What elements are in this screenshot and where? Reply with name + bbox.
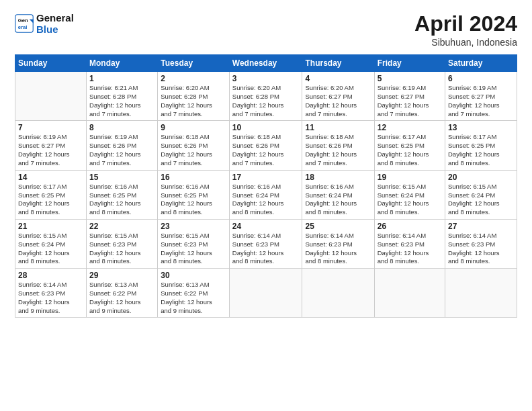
col-tuesday: Tuesday — [158, 55, 230, 72]
day-number: 26 — [378, 222, 442, 231]
day-number: 20 — [448, 173, 514, 182]
logo-text: GeneralBlue — [36, 12, 74, 35]
col-monday: Monday — [87, 55, 158, 72]
logo: Gen eral GeneralBlue — [15, 12, 74, 35]
day-info: Sunrise: 6:15 AM Sunset: 6:24 PM Dayligh… — [448, 183, 514, 217]
day-info: Sunrise: 6:18 AM Sunset: 6:26 PM Dayligh… — [161, 133, 226, 167]
table-row — [15, 72, 87, 121]
day-number: 6 — [448, 74, 514, 83]
calendar-table: Sunday Monday Tuesday Wednesday Thursday… — [15, 54, 517, 318]
day-info: Sunrise: 6:15 AM Sunset: 6:23 PM Dayligh… — [161, 232, 226, 266]
day-number: 17 — [232, 173, 300, 182]
day-number: 3 — [232, 74, 300, 83]
page-header: Gen eral GeneralBlue April 2024 Sibuhuan… — [15, 12, 517, 48]
day-number: 28 — [18, 271, 83, 280]
day-number: 12 — [378, 123, 442, 132]
table-row: 23Sunrise: 6:15 AM Sunset: 6:23 PM Dayli… — [158, 219, 230, 268]
day-number: 19 — [378, 173, 442, 182]
title-block: April 2024 Sibuhuan, Indonesia — [414, 12, 517, 48]
table-row: 22Sunrise: 6:15 AM Sunset: 6:23 PM Dayli… — [87, 219, 158, 268]
day-number: 2 — [161, 74, 226, 83]
day-info: Sunrise: 6:16 AM Sunset: 6:25 PM Dayligh… — [89, 183, 154, 217]
calendar-header-row: Sunday Monday Tuesday Wednesday Thursday… — [15, 55, 517, 72]
col-thursday: Thursday — [302, 55, 374, 72]
calendar-week-row: 28Sunrise: 6:14 AM Sunset: 6:23 PM Dayli… — [15, 269, 517, 318]
day-info: Sunrise: 6:18 AM Sunset: 6:26 PM Dayligh… — [232, 133, 300, 167]
table-row: 25Sunrise: 6:14 AM Sunset: 6:23 PM Dayli… — [302, 219, 374, 268]
table-row — [374, 269, 445, 318]
day-number: 29 — [89, 271, 154, 280]
day-info: Sunrise: 6:21 AM Sunset: 6:28 PM Dayligh… — [89, 84, 154, 118]
table-row: 11Sunrise: 6:18 AM Sunset: 6:26 PM Dayli… — [302, 121, 374, 170]
table-row: 27Sunrise: 6:14 AM Sunset: 6:23 PM Dayli… — [445, 219, 517, 268]
table-row: 5Sunrise: 6:19 AM Sunset: 6:27 PM Daylig… — [374, 72, 445, 121]
table-row: 30Sunrise: 6:13 AM Sunset: 6:22 PM Dayli… — [158, 269, 230, 318]
day-number: 15 — [89, 173, 154, 182]
day-info: Sunrise: 6:14 AM Sunset: 6:23 PM Dayligh… — [232, 232, 300, 266]
day-number: 25 — [305, 222, 371, 231]
table-row: 18Sunrise: 6:16 AM Sunset: 6:24 PM Dayli… — [302, 170, 374, 219]
day-info: Sunrise: 6:17 AM Sunset: 6:25 PM Dayligh… — [18, 183, 83, 217]
svg-text:eral: eral — [18, 24, 28, 30]
table-row: 29Sunrise: 6:13 AM Sunset: 6:22 PM Dayli… — [87, 269, 158, 318]
calendar-week-row: 7Sunrise: 6:19 AM Sunset: 6:27 PM Daylig… — [15, 121, 517, 170]
table-row: 24Sunrise: 6:14 AM Sunset: 6:23 PM Dayli… — [229, 219, 302, 268]
day-number: 16 — [161, 173, 226, 182]
table-row: 16Sunrise: 6:16 AM Sunset: 6:25 PM Dayli… — [158, 170, 230, 219]
day-number: 4 — [305, 74, 371, 83]
day-number: 7 — [18, 123, 83, 132]
table-row — [229, 269, 302, 318]
table-row: 26Sunrise: 6:14 AM Sunset: 6:23 PM Dayli… — [374, 219, 445, 268]
day-info: Sunrise: 6:19 AM Sunset: 6:26 PM Dayligh… — [89, 133, 154, 167]
day-number: 9 — [161, 123, 226, 132]
calendar-week-row: 14Sunrise: 6:17 AM Sunset: 6:25 PM Dayli… — [15, 170, 517, 219]
day-info: Sunrise: 6:19 AM Sunset: 6:27 PM Dayligh… — [448, 84, 514, 118]
day-number: 1 — [89, 74, 154, 83]
day-info: Sunrise: 6:17 AM Sunset: 6:25 PM Dayligh… — [448, 133, 514, 167]
table-row: 28Sunrise: 6:14 AM Sunset: 6:23 PM Dayli… — [15, 269, 87, 318]
day-number: 10 — [232, 123, 300, 132]
day-info: Sunrise: 6:20 AM Sunset: 6:28 PM Dayligh… — [232, 84, 300, 118]
day-number: 22 — [89, 222, 154, 231]
day-info: Sunrise: 6:19 AM Sunset: 6:27 PM Dayligh… — [18, 133, 83, 167]
table-row: 12Sunrise: 6:17 AM Sunset: 6:25 PM Dayli… — [374, 121, 445, 170]
table-row: 10Sunrise: 6:18 AM Sunset: 6:26 PM Dayli… — [229, 121, 302, 170]
day-info: Sunrise: 6:20 AM Sunset: 6:27 PM Dayligh… — [305, 84, 371, 118]
day-number: 30 — [161, 271, 226, 280]
day-info: Sunrise: 6:15 AM Sunset: 6:24 PM Dayligh… — [378, 183, 442, 217]
day-info: Sunrise: 6:15 AM Sunset: 6:24 PM Dayligh… — [18, 232, 83, 266]
day-info: Sunrise: 6:13 AM Sunset: 6:22 PM Dayligh… — [89, 281, 154, 315]
table-row: 6Sunrise: 6:19 AM Sunset: 6:27 PM Daylig… — [445, 72, 517, 121]
subtitle: Sibuhuan, Indonesia — [414, 37, 517, 48]
table-row — [445, 269, 517, 318]
month-title: April 2024 — [414, 12, 517, 36]
table-row: 13Sunrise: 6:17 AM Sunset: 6:25 PM Dayli… — [445, 121, 517, 170]
day-number: 5 — [378, 74, 442, 83]
day-number: 13 — [448, 123, 514, 132]
col-saturday: Saturday — [445, 55, 517, 72]
day-number: 18 — [305, 173, 371, 182]
day-info: Sunrise: 6:17 AM Sunset: 6:25 PM Dayligh… — [378, 133, 442, 167]
table-row: 3Sunrise: 6:20 AM Sunset: 6:28 PM Daylig… — [229, 72, 302, 121]
day-info: Sunrise: 6:13 AM Sunset: 6:22 PM Dayligh… — [161, 281, 226, 315]
day-info: Sunrise: 6:18 AM Sunset: 6:26 PM Dayligh… — [305, 133, 371, 167]
table-row: 4Sunrise: 6:20 AM Sunset: 6:27 PM Daylig… — [302, 72, 374, 121]
calendar-week-row: 21Sunrise: 6:15 AM Sunset: 6:24 PM Dayli… — [15, 219, 517, 268]
table-row: 15Sunrise: 6:16 AM Sunset: 6:25 PM Dayli… — [87, 170, 158, 219]
day-number: 14 — [18, 173, 83, 182]
table-row: 7Sunrise: 6:19 AM Sunset: 6:27 PM Daylig… — [15, 121, 87, 170]
logo-icon: Gen eral — [15, 14, 34, 33]
col-sunday: Sunday — [15, 55, 87, 72]
day-info: Sunrise: 6:20 AM Sunset: 6:28 PM Dayligh… — [161, 84, 226, 118]
day-info: Sunrise: 6:16 AM Sunset: 6:25 PM Dayligh… — [161, 183, 226, 217]
day-number: 8 — [89, 123, 154, 132]
day-info: Sunrise: 6:15 AM Sunset: 6:23 PM Dayligh… — [89, 232, 154, 266]
table-row: 20Sunrise: 6:15 AM Sunset: 6:24 PM Dayli… — [445, 170, 517, 219]
day-info: Sunrise: 6:14 AM Sunset: 6:23 PM Dayligh… — [378, 232, 442, 266]
day-info: Sunrise: 6:14 AM Sunset: 6:23 PM Dayligh… — [18, 281, 83, 315]
day-info: Sunrise: 6:16 AM Sunset: 6:24 PM Dayligh… — [232, 183, 300, 217]
day-info: Sunrise: 6:14 AM Sunset: 6:23 PM Dayligh… — [305, 232, 371, 266]
day-number: 27 — [448, 222, 514, 231]
day-info: Sunrise: 6:14 AM Sunset: 6:23 PM Dayligh… — [448, 232, 514, 266]
table-row: 1Sunrise: 6:21 AM Sunset: 6:28 PM Daylig… — [87, 72, 158, 121]
